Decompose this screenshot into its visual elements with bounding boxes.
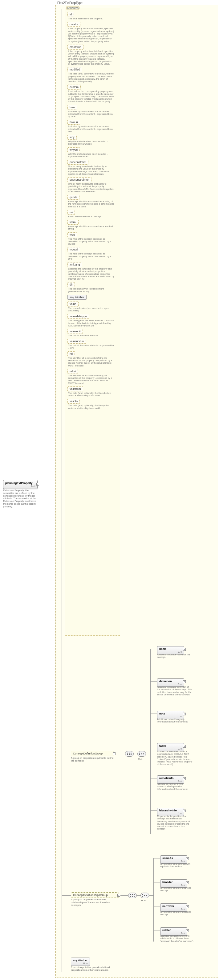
- attribute-item: valueunituriThe unit of the value attrib…: [67, 339, 117, 350]
- any-other-element[interactable]: any ##other 0..∞: [71, 958, 90, 966]
- attribute-literal[interactable]: literal: [67, 220, 78, 224]
- expand-toggle[interactable]: +: [183, 777, 186, 780]
- attribute-id[interactable]: id: [67, 12, 74, 17]
- attribute-whyuri[interactable]: whyuri: [67, 147, 80, 152]
- child-card: 0..∞: [162, 884, 185, 886]
- attribute-validto[interactable]: validto: [67, 399, 80, 404]
- expand-toggle[interactable]: -: [113, 752, 115, 755]
- child-name: remoteInfo: [159, 776, 182, 780]
- attribute-why[interactable]: why: [67, 135, 77, 140]
- attribute-item: valueunitThe unit of the value attribute…: [67, 329, 117, 337]
- expand-toggle[interactable]: +: [186, 929, 189, 932]
- group-name: ConceptRelationshipsGroup: [73, 894, 117, 897]
- any-card: 0..∞: [73, 962, 88, 965]
- connector: [62, 9, 62, 972]
- attribute-item: validfromThe date (and, optionally, the …: [67, 387, 117, 397]
- attribute-item: howIndicates by which means the value wa…: [67, 105, 117, 118]
- expand-toggle[interactable]: -: [117, 894, 120, 897]
- attribute-how[interactable]: how: [67, 105, 77, 110]
- expand-toggle[interactable]: +: [186, 857, 189, 860]
- attribute-uri[interactable]: uri: [67, 210, 75, 215]
- attribute-modified[interactable]: modified: [67, 67, 82, 72]
- attribute-description: One or many constraints that apply to pu…: [68, 165, 114, 175]
- attribute-type[interactable]: type: [67, 232, 77, 237]
- attributes-section: attributes idThe local identifier of the…: [65, 8, 120, 636]
- attribute-description: If the property value is not defined, sp…: [68, 50, 114, 65]
- attribute-valueunituri[interactable]: valueunituri: [67, 339, 86, 344]
- attribute-item: dirThe directionality of textual content…: [67, 282, 117, 293]
- attribute-item: modifiedThe date (and, optionally, the t…: [67, 67, 117, 83]
- attribute-howuri[interactable]: howuri: [67, 120, 80, 125]
- attribute-validfrom[interactable]: validfrom: [67, 387, 83, 391]
- attribute-description: Why the metadata has been included - exp…: [68, 140, 114, 146]
- attribute-description: If set to true the corresponding propert…: [68, 90, 114, 103]
- expand-toggle[interactable]: +: [186, 905, 189, 908]
- any-description: Extension point for provider-defined pro…: [71, 966, 114, 972]
- expand-toggle[interactable]: +: [183, 713, 186, 715]
- child-description: Represents the position of a concept in …: [157, 815, 192, 830]
- attribute-item: customIf set to true the corresponding p…: [67, 84, 117, 103]
- child-card: 0..∞: [159, 812, 182, 815]
- attribute-description: The related value (see more in the spec …: [68, 307, 114, 312]
- child-name: sameAs: [162, 857, 185, 860]
- attribute-qcode[interactable]: qcode: [67, 195, 80, 200]
- attribute-item: pubconstraintOne or many constraints tha…: [67, 160, 117, 175]
- child-card: 0..∞: [159, 651, 182, 653]
- group-name: ConceptDefinitionGroup: [73, 752, 112, 755]
- attribute-pubconstraint[interactable]: pubconstraint: [67, 160, 88, 165]
- attribute-valuedatatype[interactable]: valuedatatype: [67, 314, 89, 319]
- group-ConceptDefinitionGroup[interactable]: ConceptDefinitionGroup: [71, 751, 114, 756]
- element-planningExtProperty[interactable]: planningExtProperty 0..∞: [3, 480, 38, 489]
- connector: [150, 810, 157, 811]
- attribute-value[interactable]: value: [67, 302, 78, 307]
- group-description: A group of properties required to define…: [71, 757, 114, 762]
- connector: [153, 930, 160, 931]
- attribute-item: valuedatatypeThe datatype of the value a…: [67, 314, 117, 327]
- expand-toggle[interactable]: +: [183, 680, 186, 683]
- child-name: narrower: [162, 905, 185, 908]
- child-name: broader: [162, 881, 185, 884]
- expand-toggle[interactable]: -: [36, 483, 39, 485]
- attribute-description: The type of the concept assigned as cont…: [68, 253, 114, 260]
- attribute-item: qcodeA concept identifier expressed as a…: [67, 195, 117, 208]
- attribute-description: The local identifier of the property.: [68, 18, 114, 20]
- attribute-item: relThe identifier of a concept defining …: [67, 352, 117, 367]
- attribute-description: The unit of the value attribute - expres…: [68, 344, 114, 350]
- attribute-description: One or many constraints that apply to pu…: [68, 183, 114, 193]
- child-description: A related concept, where the relationshi…: [160, 935, 196, 942]
- attribute-creator[interactable]: creator: [67, 22, 80, 27]
- group-ConceptRelationshipsGroup[interactable]: ConceptRelationshipsGroup: [71, 892, 118, 898]
- attribute-custom[interactable]: custom: [67, 84, 81, 89]
- child-name: hierarchyInfo: [159, 809, 182, 812]
- attribute-item: reluriThe identifier of a concept defini…: [67, 369, 117, 385]
- child-description: Additional natural language information …: [157, 718, 192, 723]
- choice-compositor: 0..∞: [137, 751, 146, 757]
- child-description: In NAR 1.8 and later, 'facet' is depreca…: [157, 751, 192, 766]
- attribute-pubconstrainturi[interactable]: pubconstrainturi: [67, 177, 91, 182]
- child-name: definition: [159, 680, 182, 683]
- attribute-description: A concept identifier expressed as a free…: [68, 225, 114, 231]
- sequence-compositor: [128, 892, 137, 898]
- attribute-description: The identifier of a concept defining the…: [68, 357, 114, 367]
- attribute-item: any ##other: [67, 295, 117, 300]
- expand-toggle[interactable]: +: [183, 810, 186, 812]
- expand-toggle[interactable]: +: [183, 648, 186, 651]
- attribute-item: idThe local identifier of the property.: [67, 12, 117, 20]
- attribute-creatoruri[interactable]: creatoruri: [67, 45, 83, 49]
- attribute-dir[interactable]: dir: [67, 282, 75, 287]
- attribute-description: The unit of the value attribute.: [68, 334, 114, 337]
- attribute-typeuri[interactable]: typeuri: [67, 247, 80, 252]
- child-description: A natural language name for the concept.: [157, 654, 192, 659]
- attribute-description: Indicates by which means the value was e…: [68, 125, 114, 133]
- attribute-xml-lang[interactable]: xml:lang: [67, 262, 82, 267]
- expand-toggle[interactable]: +: [186, 881, 189, 884]
- expand-toggle[interactable]: +: [183, 745, 186, 748]
- attribute-valueunit[interactable]: valueunit: [67, 329, 83, 334]
- attribute-any-other[interactable]: any ##other: [67, 295, 86, 300]
- connector: [153, 906, 160, 907]
- attribute-description: A concept identifier expressed as a stri…: [68, 200, 114, 208]
- child-description: An identifier of a more specific concept…: [160, 911, 196, 916]
- attribute-rel[interactable]: rel: [67, 352, 75, 356]
- diagram-canvas: Flex2ExtPropType planningExtProperty 0..…: [0, 0, 219, 980]
- attribute-reluri[interactable]: reluri: [67, 369, 78, 374]
